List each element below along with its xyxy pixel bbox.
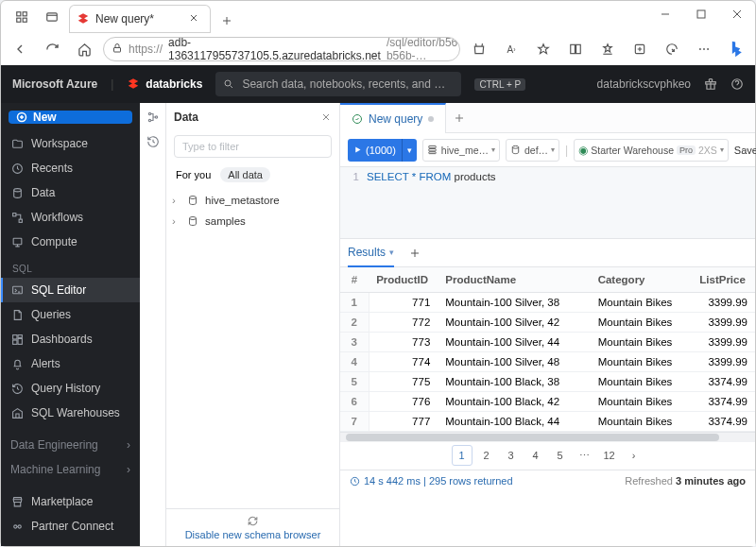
svg-rect-25: [18, 338, 22, 344]
code-area[interactable]: 1 SELECT * FROM products: [340, 167, 755, 239]
browser-tab[interactable]: New query*: [69, 5, 211, 33]
sidebar-item-alerts[interactable]: Alerts: [1, 351, 140, 376]
svg-point-27: [13, 524, 16, 527]
workspaces-icon[interactable]: [9, 1, 35, 33]
table-row[interactable]: 4774Mountain-100 Silver, 48Mountain Bike…: [340, 351, 755, 371]
tree-item-samples[interactable]: ›samples: [172, 211, 334, 231]
new-tab-button[interactable]: [215, 9, 239, 33]
run-button[interactable]: (1000) ▾: [348, 139, 417, 162]
svg-rect-2: [23, 18, 26, 22]
table-row[interactable]: 6776Mountain-100 Black, 42Mountain Bikes…: [340, 391, 755, 411]
horizontal-scrollbar[interactable]: [340, 432, 755, 441]
sidebar-item-label: Marketplace: [31, 495, 93, 508]
home-button[interactable]: [71, 36, 97, 62]
new-button-label: New: [33, 111, 57, 124]
favorites-bar-icon[interactable]: [594, 36, 621, 62]
page-4[interactable]: 4: [525, 445, 546, 466]
sidebar-item-sql-editor[interactable]: SQL Editor: [1, 278, 140, 302]
window-minimize-button[interactable]: [647, 1, 683, 27]
cell-category: Mountain Bikes: [591, 351, 693, 371]
column-header[interactable]: ProductName: [438, 267, 590, 292]
table-row[interactable]: 7777Mountain-100 Black, 44Mountain Bikes…: [340, 411, 755, 431]
sidebar-item-data[interactable]: Data: [1, 180, 140, 205]
schema-filter-input[interactable]: Type to filter: [174, 135, 332, 158]
page-⋯[interactable]: ⋯: [575, 445, 595, 466]
editor-tab-label: New query: [369, 112, 422, 126]
run-dropdown[interactable]: ▾: [402, 139, 417, 162]
global-search[interactable]: Search data, notebooks, recents, and mor…: [215, 72, 461, 96]
table-row[interactable]: 3773Mountain-100 Silver, 44Mountain Bike…: [340, 332, 755, 351]
warehouse-selector[interactable]: ◉ Starter Warehouse Pro 2XS ▾: [574, 139, 729, 162]
add-editor-tab[interactable]: [446, 112, 472, 124]
bing-chat-icon[interactable]: [723, 36, 749, 62]
svg-rect-37: [429, 148, 436, 150]
all-data-pill[interactable]: All data: [220, 167, 270, 182]
add-visualization[interactable]: [409, 248, 421, 259]
close-icon[interactable]: [188, 12, 201, 26]
page-next[interactable]: ›: [624, 445, 644, 466]
table-row[interactable]: 1771Mountain-100 Silver, 38Mountain Bike…: [340, 292, 755, 312]
sidebar-item-query-history[interactable]: Query History: [1, 376, 140, 401]
databricks-brand[interactable]: databricks: [127, 77, 202, 91]
catalog-selector[interactable]: hive_me…▾: [422, 139, 500, 162]
svg-point-11: [703, 48, 705, 50]
sidebar-group-machine-learning[interactable]: Machine Learning: [1, 457, 140, 482]
search-placeholder: Search data, notebooks, recents, and mor…: [242, 77, 454, 91]
window-close-button[interactable]: [719, 1, 755, 27]
column-header[interactable]: ListPrice: [692, 267, 755, 292]
page-3[interactable]: 3: [501, 445, 522, 466]
help-icon[interactable]: [730, 77, 744, 91]
window-maximize-button[interactable]: [683, 1, 719, 27]
sidebar-item-recents[interactable]: Recents: [1, 156, 140, 180]
disable-schema-browser-link[interactable]: Disable new schema browser: [185, 529, 321, 540]
sidebar-item-workflows[interactable]: Workflows: [1, 205, 140, 230]
read-aloud-icon[interactable]: A›: [498, 36, 524, 62]
sidebar-item-partner-connect[interactable]: Partner Connect: [1, 514, 140, 538]
row-number: 2: [340, 312, 369, 332]
sidebar-item-queries[interactable]: Queries: [1, 302, 140, 327]
sidebar-item-dashboards[interactable]: Dashboards: [1, 327, 140, 351]
tree-item-hive_metastore[interactable]: ›hive_metastore: [172, 190, 334, 211]
table-row[interactable]: 2772Mountain-100 Silver, 42Mountain Bike…: [340, 312, 755, 332]
chevron-down-icon[interactable]: ▾: [389, 248, 394, 257]
sidebar-item-marketplace[interactable]: Marketplace: [1, 489, 140, 514]
sidebar-group-data-engineering[interactable]: Data Engineering: [1, 433, 140, 457]
databricks-logo-icon: [127, 77, 140, 91]
save-button[interactable]: Save*: [734, 145, 756, 156]
refresh-schema-icon[interactable]: [247, 515, 259, 527]
extensions-icon[interactable]: [659, 36, 685, 62]
schema-selector[interactable]: def…▾: [506, 139, 559, 162]
column-header[interactable]: Category: [591, 267, 693, 292]
address-bar[interactable]: https://adb-1363117955737105.5.azuredata…: [103, 37, 460, 61]
column-header[interactable]: ProductID: [369, 267, 438, 292]
tab-actions-icon[interactable]: [39, 1, 65, 33]
page-5[interactable]: 5: [550, 445, 571, 466]
table-row[interactable]: 5775Mountain-100 Black, 38Mountain Bikes…: [340, 371, 755, 391]
page-1[interactable]: 1: [452, 445, 472, 466]
page-12[interactable]: 12: [599, 445, 620, 466]
more-icon[interactable]: [691, 36, 717, 62]
workspace-selector[interactable]: databrickscvphkeo: [597, 77, 691, 91]
sidebar-item-workspace[interactable]: Workspace: [1, 131, 140, 156]
close-panel-icon[interactable]: [320, 111, 332, 123]
back-button[interactable]: [7, 36, 33, 62]
app-header: Microsoft Azure | databricks Search data…: [1, 65, 755, 103]
favorite-icon[interactable]: [530, 36, 557, 62]
for-you-pill[interactable]: For you: [176, 169, 211, 180]
shop-icon[interactable]: [466, 36, 492, 62]
sidebar-item-compute[interactable]: Compute: [1, 230, 140, 254]
sidebar-item-sql-warehouses[interactable]: SQL Warehouses: [1, 401, 140, 425]
results-tab[interactable]: Results ▾: [348, 239, 394, 267]
sidebar-item-disable-new-ui[interactable]: Disable new UI: [1, 542, 140, 546]
refresh-button[interactable]: [39, 36, 65, 62]
editor-tab[interactable]: New query: [340, 103, 446, 133]
schema-tree-icon[interactable]: [146, 111, 160, 124]
catalog-icon: [427, 145, 438, 156]
new-button[interactable]: New: [9, 111, 132, 124]
split-icon[interactable]: [562, 36, 589, 62]
collections-icon[interactable]: [627, 36, 653, 62]
gift-icon[interactable]: [704, 77, 717, 91]
page-2[interactable]: 2: [476, 445, 497, 466]
column-header[interactable]: #: [340, 267, 369, 292]
history-rail-icon[interactable]: [146, 135, 160, 148]
